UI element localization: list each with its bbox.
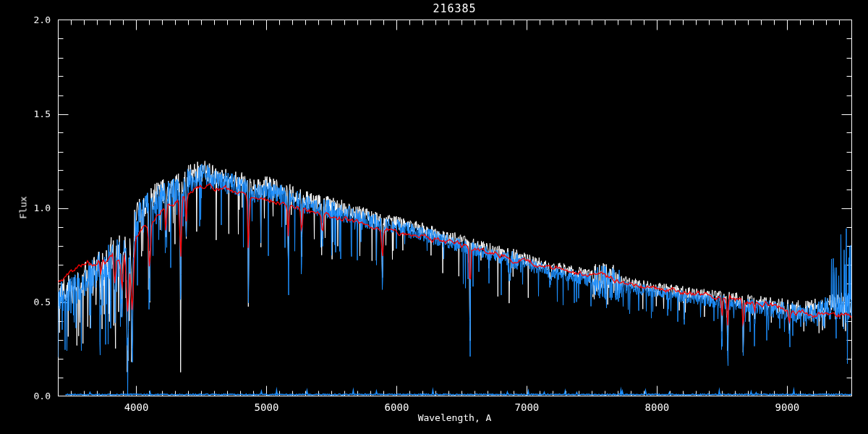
x-tick-label: 7000 <box>498 401 556 413</box>
x-tick-label: 5000 <box>237 401 295 413</box>
chart-title: 216385 <box>58 2 851 15</box>
y-tick-label: 2.0 <box>0 14 55 25</box>
x-tick-label: 4000 <box>107 401 165 413</box>
x-tick-label: 9000 <box>758 401 816 413</box>
x-tick-label: 6000 <box>367 401 425 413</box>
spectrum-plot-canvas <box>0 0 868 434</box>
y-tick-label: 0.0 <box>0 391 55 401</box>
y-tick-label: 1.5 <box>0 109 55 119</box>
x-axis-label: Wavelength, A <box>58 412 851 423</box>
x-tick-label: 8000 <box>628 401 686 413</box>
y-tick-label: 1.0 <box>0 203 55 213</box>
y-tick-label: 0.5 <box>0 297 55 307</box>
spectrum-figure: 216385 Wavelength, A Flux 40005000600070… <box>0 0 868 434</box>
